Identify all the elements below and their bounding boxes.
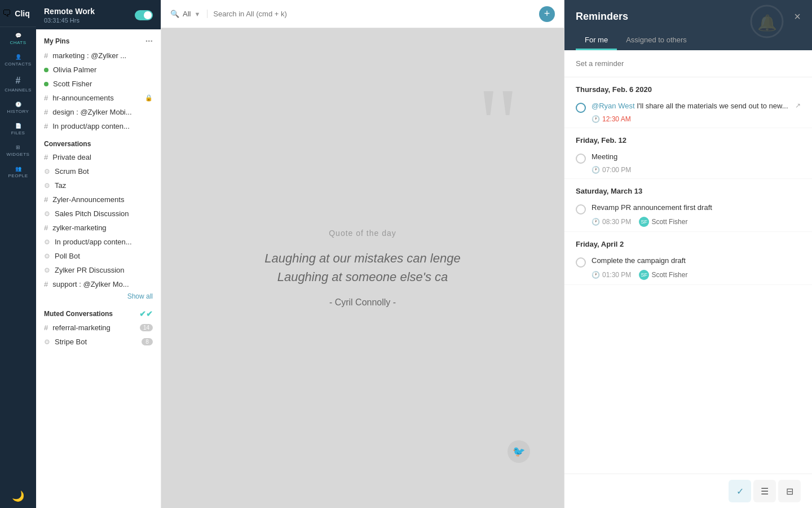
- lock-icon: 🔒: [145, 94, 153, 102]
- reminder-input-area[interactable]: [564, 50, 812, 77]
- search-input-wrap[interactable]: [213, 10, 533, 18]
- reminder-checkbox-1[interactable]: [576, 154, 586, 164]
- reminder-meta-3: 🕐 01:30 PM SF Scott Fisher: [576, 270, 801, 280]
- reminder-time-3: 🕐 01:30 PM: [592, 271, 631, 279]
- reminder-checkbox-2[interactable]: [576, 204, 586, 214]
- clock-icon: 🕐: [592, 115, 600, 123]
- conv-item-scrum-bot[interactable]: ⚙ Scrum Bot: [36, 164, 161, 178]
- date-group-1: Friday, Feb. 12 Meeting 🕐 07:00 PM: [564, 128, 812, 179]
- footer-list-button[interactable]: ☰: [753, 480, 776, 502]
- reminders-footer: ✓ ☰ ⊟: [564, 474, 812, 508]
- reminder-time-2: 🕐 08:30 PM: [592, 218, 631, 226]
- conv-item-zylker-marketing[interactable]: # zylker-marketing: [36, 221, 161, 235]
- muted-check-icon: ✔✔: [139, 309, 153, 318]
- assignee-avatar-2: SF: [639, 217, 649, 227]
- conv-item-private-deal[interactable]: # Private deal: [36, 150, 161, 164]
- reminder-text-3: Complete the campaign draft: [592, 256, 801, 265]
- reminder-input[interactable]: [576, 57, 801, 70]
- bot-icon: ⚙: [44, 238, 50, 246]
- sidebar-item-widgets[interactable]: ⊞ WIDGETS: [0, 139, 36, 160]
- reminder-assignee-2: SF Scott Fisher: [639, 217, 687, 227]
- reminders-title: Reminders: [576, 11, 628, 23]
- sidebar-item-people[interactable]: 👥 PEOPLE: [0, 160, 36, 182]
- widgets-label: WIDGETS: [7, 152, 30, 157]
- conv-item-support[interactable]: # support : @Zylker Mo...: [36, 277, 161, 291]
- conv-item-sales-pitch[interactable]: ⚙ Sales Pitch Discussion: [36, 207, 161, 221]
- reminder-checkbox-0[interactable]: [576, 103, 586, 113]
- pins-section-header: My Pins ···: [36, 29, 161, 49]
- app-name-label: Cliq: [15, 9, 29, 18]
- reminders-panel: Reminders × For me Assigned to others 🔔 …: [564, 0, 812, 508]
- show-all-link[interactable]: Show all: [36, 291, 161, 304]
- twitter-icon[interactable]: 🐦: [508, 440, 530, 463]
- date-label-3: Friday, April 2: [564, 232, 812, 252]
- add-button[interactable]: +: [539, 6, 555, 22]
- muted-header: Muted Conversations ✔✔: [36, 304, 161, 321]
- reminder-checkbox-3[interactable]: [576, 257, 586, 268]
- chats-label: CHATS: [10, 40, 26, 45]
- reminder-item-3: Complete the campaign draft 🕐 01:30 PM S…: [564, 252, 812, 285]
- sidebar-item-channels[interactable]: # CHANNELS: [0, 70, 36, 96]
- pin-item-marketing[interactable]: # marketing : @Zylker ...: [36, 49, 161, 63]
- panel-sidebar: Remote Work 03:31:45 Hrs My Pins ··· # m…: [36, 0, 161, 508]
- bot-icon: ⚙: [44, 210, 50, 218]
- muted-item-stripe[interactable]: ⚙ Stripe Bot 8: [36, 335, 161, 349]
- workspace-header: Remote Work 03:31:45 Hrs: [36, 0, 161, 29]
- sidebar-item-history[interactable]: 🕐 HISTORY: [0, 96, 36, 117]
- conversations-title: Conversations: [44, 140, 91, 148]
- footer-check-button[interactable]: ✓: [729, 480, 751, 502]
- reminder-meta-0: 🕐 12:30 AM: [576, 115, 801, 123]
- pin-item-design[interactable]: # design : @Zylker Mobi...: [36, 105, 161, 119]
- sidebar-item-chats[interactable]: 💬 CHATS: [0, 27, 36, 49]
- reminder-bell-watermark: 🔔: [750, 5, 784, 41]
- reminder-meta-2: 🕐 08:30 PM SF Scott Fisher: [576, 217, 801, 227]
- conv-item-product-app[interactable]: ⚙ In product/app conten...: [36, 235, 161, 249]
- quote-watermark: ": [478, 73, 519, 175]
- app-logo-icon: 🗨: [2, 8, 11, 19]
- theme-toggle-icon[interactable]: 🌙: [0, 484, 36, 508]
- quote-author: - Cyril Connolly -: [329, 297, 396, 308]
- tab-for-me[interactable]: For me: [576, 31, 617, 50]
- icon-sidebar: ☰ 🗨 Cliq 🔔 💬 CHATS 👤 CONTACTS # CHANNELS…: [0, 0, 36, 508]
- reminder-time-0: 🕐 12:30 AM: [592, 115, 631, 123]
- muted-item-referral[interactable]: # referral-marketing 14: [36, 321, 161, 335]
- reminder-item-0: @Ryan West I'll share all the materials …: [564, 97, 812, 128]
- conv-item-zylker-pr[interactable]: ⚙ Zylker PR Discussion: [36, 263, 161, 277]
- footer-filter-button[interactable]: ⊟: [778, 480, 801, 502]
- quote-text: Laughing at our mistakes can lengeLaughi…: [264, 249, 460, 286]
- sidebar-item-contacts[interactable]: 👤 CONTACTS: [0, 49, 36, 70]
- contacts-icon: 👤: [15, 54, 21, 60]
- chats-icon: 💬: [15, 33, 21, 38]
- badge-stripe: 8: [142, 338, 153, 345]
- work-toggle[interactable]: [135, 10, 153, 20]
- muted-title: Muted Conversations: [44, 310, 113, 318]
- chevron-down-icon: ▼: [194, 11, 200, 17]
- search-bar: 🔍 All ▼ +: [161, 0, 564, 28]
- assignee-avatar-3: SF: [639, 270, 649, 280]
- conv-item-taz[interactable]: ⚙ Taz: [36, 178, 161, 192]
- search-filter[interactable]: 🔍 All ▼: [170, 10, 208, 18]
- conversations-header: Conversations: [36, 133, 161, 150]
- workspace-name: Remote Work: [44, 7, 95, 16]
- close-button[interactable]: ×: [794, 10, 801, 23]
- pins-options-icon[interactable]: ···: [145, 36, 153, 46]
- online-dot-olivia: [44, 68, 48, 72]
- sidebar-item-files[interactable]: 📄 FILES: [0, 117, 36, 139]
- pin-item-scott[interactable]: Scott Fisher: [36, 77, 161, 91]
- pin-item-olivia[interactable]: Olivia Palmer: [36, 63, 161, 77]
- search-input[interactable]: [213, 10, 533, 18]
- date-label-1: Friday, Feb. 12: [564, 128, 812, 148]
- moon-icon: 🌙: [12, 490, 24, 502]
- conv-item-poll-bot[interactable]: ⚙ Poll Bot: [36, 249, 161, 263]
- reminder-text-2: Revamp PR announcement first draft: [592, 203, 801, 212]
- conv-item-zyler-announcements[interactable]: # Zyler-Announcements: [36, 192, 161, 207]
- pin-item-hr[interactable]: # hr-announcements 🔒: [36, 91, 161, 105]
- tab-assigned-to-others[interactable]: Assigned to others: [617, 31, 696, 50]
- pin-item-product[interactable]: # In product/app conten...: [36, 119, 161, 133]
- bot-icon: ⚙: [44, 252, 50, 260]
- reminder-text-0: @Ryan West I'll share all the materials …: [592, 102, 789, 110]
- external-link-icon-0[interactable]: ↗: [795, 102, 801, 110]
- date-group-2: Saturday, March 13 Revamp PR announcemen…: [564, 179, 812, 232]
- reminders-body: Thursday, Feb. 6 2020 @Ryan West I'll sh…: [564, 50, 812, 474]
- logo-area[interactable]: ☰ 🗨 Cliq 🔔: [0, 0, 36, 27]
